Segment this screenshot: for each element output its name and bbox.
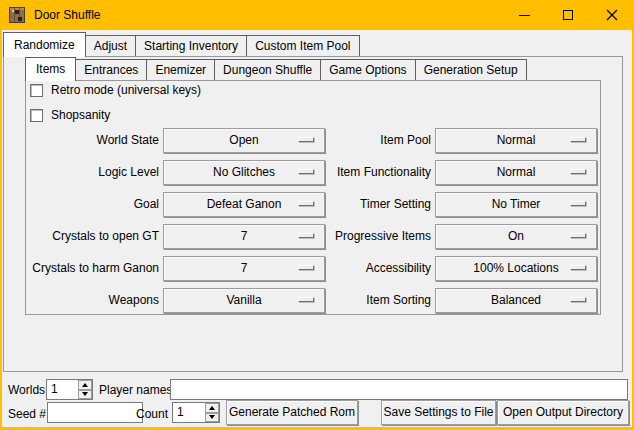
item-pool-label: Item Pool: [300, 128, 431, 153]
arrow-up-icon: [209, 406, 215, 410]
retro-mode-label: Retro mode (universal keys): [51, 84, 201, 97]
dropdown-indicator-icon: [570, 233, 586, 238]
tab-starting-inventory[interactable]: Starting Inventory: [135, 35, 247, 56]
tab-label: Adjust: [94, 39, 127, 53]
generate-patched-rom-button[interactable]: Generate Patched Rom: [226, 400, 358, 425]
tab-label: Starting Inventory: [144, 39, 238, 53]
open-output-directory-button[interactable]: Open Output Directory: [497, 400, 629, 425]
crystals-open-gt-label: Crystals to open GT: [12, 224, 159, 249]
shopsanity-label: Shopsanity: [51, 109, 110, 122]
tab-label: Game Options: [329, 63, 406, 77]
shopsanity-checkbox-row[interactable]: Shopsanity: [30, 108, 110, 122]
arrow-down-icon: [209, 415, 215, 419]
maximize-button[interactable]: [546, 0, 590, 30]
maximize-icon: [563, 10, 573, 20]
titlebar[interactable]: Door Shuffle: [0, 0, 634, 30]
item-sorting-dropdown[interactable]: Balanced: [435, 288, 597, 313]
door-icon: [9, 7, 25, 23]
minimize-button[interactable]: [502, 0, 546, 30]
tab-adjust[interactable]: Adjust: [85, 35, 136, 56]
worlds-spin-up-button[interactable]: [78, 380, 92, 390]
timer-setting-label: Timer Setting: [300, 192, 431, 217]
arrow-down-icon: [82, 392, 88, 396]
item-sorting-label: Item Sorting: [300, 288, 431, 313]
timer-setting-dropdown[interactable]: No Timer: [435, 192, 597, 217]
crystals-harm-ganon-label: Crystals to harm Ganon: [12, 256, 159, 281]
retro-mode-checkbox-row[interactable]: Retro mode (universal keys): [30, 83, 201, 97]
window-border: [0, 30, 2, 430]
door-shuffle-window: Door Shuffle Randomize Adjust Starting I…: [0, 0, 634, 430]
dropdown-indicator-icon: [570, 201, 586, 206]
weapons-label: Weapons: [12, 288, 159, 313]
count-label: Count: [135, 407, 168, 421]
worlds-label: Worlds: [8, 383, 45, 397]
dropdown-indicator-icon: [570, 169, 586, 174]
worlds-value: 1: [51, 380, 58, 399]
tab-label: Entrances: [84, 63, 138, 77]
item-pool-dropdown[interactable]: Normal: [435, 128, 597, 153]
seed-label: Seed #: [8, 407, 46, 421]
tab-label: Enemizer: [155, 63, 206, 77]
shopsanity-checkbox[interactable]: [30, 109, 43, 122]
tab-custom-item-pool[interactable]: Custom Item Pool: [246, 35, 359, 56]
tab-label: Generation Setup: [424, 63, 518, 77]
tab-label: Randomize: [14, 38, 75, 52]
logic-level-label: Logic Level: [12, 160, 159, 185]
count-spin-buttons: [205, 403, 219, 422]
progressive-items-label: Progressive Items: [300, 224, 431, 249]
item-functionality-label: Item Functionality: [300, 160, 431, 185]
item-functionality-dropdown[interactable]: Normal: [435, 160, 597, 185]
tab-randomize[interactable]: Randomize: [3, 32, 86, 57]
dropdown-indicator-icon: [570, 265, 586, 270]
subtab-enemizer[interactable]: Enemizer: [146, 59, 215, 80]
world-state-label: World State: [12, 128, 159, 153]
tab-label: Items: [36, 62, 65, 76]
save-settings-button[interactable]: Save Settings to File: [381, 400, 496, 425]
seed-input[interactable]: [47, 402, 143, 423]
worlds-spin-down-button[interactable]: [78, 390, 92, 400]
accessibility-label: Accessibility: [300, 256, 431, 281]
arrow-up-icon: [82, 383, 88, 387]
minimize-icon: [519, 15, 530, 16]
count-value: 1: [177, 403, 184, 422]
subtab-game-options[interactable]: Game Options: [320, 59, 415, 80]
count-spinbox[interactable]: 1: [172, 402, 220, 423]
window-title: Door Shuffle: [34, 8, 101, 22]
goal-label: Goal: [12, 192, 159, 217]
count-spin-up-button[interactable]: [205, 403, 219, 413]
worlds-spinbox[interactable]: 1: [46, 379, 93, 400]
subtab-generation-setup[interactable]: Generation Setup: [415, 59, 527, 80]
window-controls: [502, 0, 634, 30]
player-names-input[interactable]: [170, 379, 628, 400]
count-spin-down-button[interactable]: [205, 413, 219, 423]
sub-tab-bar: Items Entrances Enemizer Dungeon Shuffle…: [25, 57, 526, 80]
accessibility-dropdown[interactable]: 100% Locations: [435, 256, 597, 281]
player-names-label: Player names: [99, 383, 172, 397]
subtab-dungeon-shuffle[interactable]: Dungeon Shuffle: [214, 59, 321, 80]
subtab-items[interactable]: Items: [25, 57, 76, 81]
retro-mode-checkbox[interactable]: [30, 84, 43, 97]
tab-label: Custom Item Pool: [255, 39, 350, 53]
main-tab-bar: Randomize Adjust Starting Inventory Cust…: [3, 32, 359, 56]
worlds-spin-buttons: [78, 380, 92, 399]
dropdown-indicator-icon: [570, 297, 586, 302]
dropdown-indicator-icon: [570, 137, 586, 142]
close-icon: [606, 9, 618, 21]
subtab-entrances[interactable]: Entrances: [75, 59, 147, 80]
progressive-items-dropdown[interactable]: On: [435, 224, 597, 249]
tab-label: Dungeon Shuffle: [223, 63, 312, 77]
close-button[interactable]: [590, 0, 634, 30]
